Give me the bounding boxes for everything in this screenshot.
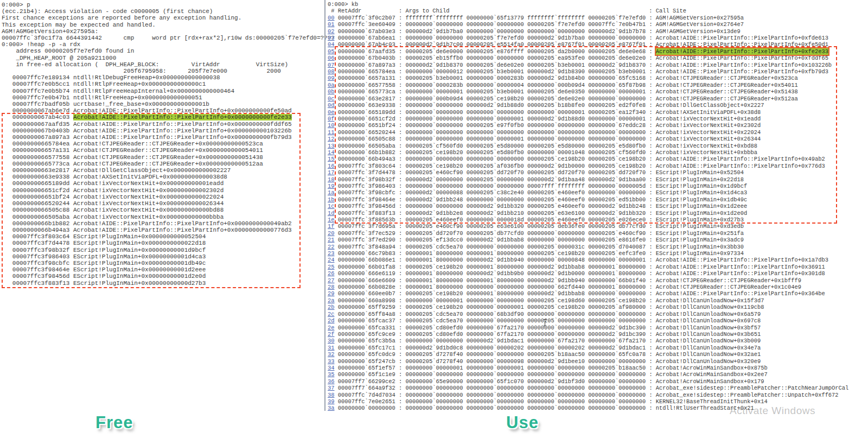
- frame-number-link[interactable]: 36: [328, 378, 334, 385]
- frame-number-link[interactable]: 11: [328, 129, 334, 136]
- kb-header: # RetAddr : Args to Child : Call Site: [328, 8, 848, 14]
- output-line: 00007ffc7e0b5cc1 ntdll!RtlpFreeHeap+0x00…: [2, 81, 335, 87]
- call-site: Acrobat!CTJPEGReader::CTJPEGReader+0x1bf…: [656, 277, 801, 284]
- frame-number-link[interactable]: 15: [328, 156, 334, 162]
- pane-divider: [324, 0, 326, 411]
- frame-number-link[interactable]: 32: [328, 351, 334, 358]
- free-annotation-box: [2, 113, 301, 288]
- call-site: EScript!PlugInMain+0x3adc9: [656, 237, 744, 243]
- frame-number-link[interactable]: 10: [328, 122, 334, 129]
- kb-row: 37 00007ff7`664a9f32 : 00000000`00000000…: [328, 385, 848, 391]
- frame-number-link[interactable]: 0f: [328, 116, 334, 122]
- frame-number-link[interactable]: 07: [328, 62, 334, 68]
- call-site: Acrobat!DllCanUnloadNow+0x697c8: [656, 317, 761, 324]
- frame-number-link[interactable]: 2d: [328, 317, 334, 324]
- use-label: Use: [506, 413, 539, 433]
- frame-number-link[interactable]: 33: [328, 358, 334, 365]
- kb-row: 00 00007ffc`3f0c2b07 : ffffffff`ffffffff…: [328, 15, 848, 21]
- frame-number-link[interactable]: 01: [328, 21, 334, 28]
- frame-number-link[interactable]: 28: [328, 284, 334, 290]
- frame-number-link[interactable]: 17: [328, 169, 334, 176]
- frame-number-link[interactable]: 29: [328, 290, 334, 297]
- kb-row: 30 00000000`65fc3b5a : 00000000`00000000…: [328, 338, 848, 344]
- frame-number-link[interactable]: 0b: [328, 88, 334, 95]
- frame-number-link[interactable]: 1c: [328, 203, 334, 209]
- output-line: This exception may be expected and handl…: [2, 22, 335, 28]
- output-line: 00007ffc7e0b5b74 ntdll!RtlpFreeHeapInter…: [2, 88, 335, 94]
- kb-command: 0:000> kb: [328, 1, 848, 8]
- frame-number-link[interactable]: 03: [328, 35, 334, 41]
- kb-row: 23 00000000`66c79b83 : 00000001`80000000…: [328, 250, 848, 257]
- call-site: Acrobat!DllCanUnloadNow+0x320e9: [656, 358, 761, 365]
- frame-number-link[interactable]: 09: [328, 75, 334, 81]
- frame-number-link[interactable]: 25: [328, 264, 334, 270]
- call-site: AGM!AGMGetVersion+0x13de9: [656, 28, 741, 35]
- frame-number-link[interactable]: 22: [328, 244, 334, 250]
- frame-number-link[interactable]: 08: [328, 68, 334, 75]
- frame-number-link[interactable]: 20: [328, 230, 334, 237]
- call-site: EScript!PlugInMain+0xd3edb: [656, 223, 744, 230]
- frame-number-link[interactable]: 26: [328, 270, 334, 277]
- kb-row: 2f 00000000`65fc9ce9 : 00000205`cd80efd0…: [328, 331, 848, 338]
- call-site: AGM!AGMGetVersion+0x27595a: [656, 15, 744, 21]
- kb-row: 25 00000000`66b01fa8 : 00000205`ce198b20…: [328, 264, 848, 270]
- frame-number-link[interactable]: 13: [328, 143, 334, 149]
- frame-number-link[interactable]: 19: [328, 183, 334, 189]
- frame-number-link[interactable]: 00: [328, 15, 334, 21]
- free-label: Free: [95, 413, 133, 433]
- kb-row: 32 00000000`65fc0dc9 : 00000205`d7278f40…: [328, 351, 848, 358]
- frame-number-link[interactable]: 23: [328, 250, 334, 257]
- frame-number-link[interactable]: 24: [328, 257, 334, 263]
- frame-number-link[interactable]: 06: [328, 55, 334, 61]
- frame-number-link[interactable]: 31: [328, 345, 334, 351]
- frame-number-link[interactable]: 2c: [328, 311, 334, 317]
- frame-number-link[interactable]: 21: [328, 237, 334, 243]
- frame-number-link[interactable]: 1e: [328, 217, 334, 223]
- output-line: address 00000205f7e7efd0 found in: [2, 48, 335, 54]
- frame-number-link[interactable]: 1d: [328, 210, 334, 217]
- output-line: 00007ffc7e0b47b1 ntdll!RtlFreeHeap+0x000…: [2, 94, 335, 101]
- kb-row: 35 00000000`65f1c1e9 : 00000000`00000000…: [328, 371, 848, 378]
- frame-number-link[interactable]: 04: [328, 41, 334, 48]
- frame-number-link[interactable]: 0d: [328, 102, 334, 109]
- frame-number-link[interactable]: 1a: [328, 189, 334, 196]
- kb-row: 02 00000000`67ab03e3 : 000000d2`9d1b7ba0…: [328, 28, 848, 35]
- frame-number-link[interactable]: 2a: [328, 297, 334, 304]
- frame-number-link[interactable]: 37: [328, 385, 334, 391]
- frame-number-link[interactable]: 35: [328, 371, 334, 378]
- frame-number-link[interactable]: 0a: [328, 82, 334, 88]
- call-site: Acrobat_exe!sidestep::PreamblePatcher::P…: [656, 385, 848, 391]
- frame-number-link[interactable]: 3a: [328, 405, 334, 411]
- frame-number-link[interactable]: 2b: [328, 304, 334, 310]
- frame-number-link[interactable]: 2f: [328, 331, 334, 338]
- frame-number-link[interactable]: 30: [328, 338, 334, 344]
- call-site: Acrobat!DllCanUnloadNow+0x119cb8: [656, 304, 764, 310]
- frame-number-link[interactable]: 1f: [328, 223, 334, 230]
- call-site: Acrobat!AcroWinMainSandbox+0x2ee7: [656, 371, 768, 378]
- kb-row: 24 00000000`66b086e1 : 00000001`80000000…: [328, 257, 848, 263]
- frame-number-link[interactable]: 18: [328, 176, 334, 183]
- call-site: Acrobat!CTJPEGReader::CTJPEGReader+0x1c0…: [656, 284, 801, 290]
- kb-row: 2d 00000000`65fcac37 : 00000205`cdc5ea70…: [328, 317, 848, 324]
- call-site: Acrobat!DllCanUnloadNow+0x3b009: [656, 338, 761, 344]
- frame-number-link[interactable]: 0c: [328, 96, 334, 102]
- frame-number-link[interactable]: 16: [328, 163, 334, 169]
- frame-number-link[interactable]: 27: [328, 277, 334, 284]
- call-site: Acrobat!DllCanUnloadNow+0x6a579: [656, 311, 761, 317]
- frame-number-link[interactable]: 12: [328, 136, 334, 142]
- frame-number-link[interactable]: 39: [328, 398, 334, 405]
- frame-number-link[interactable]: 2e: [328, 325, 334, 331]
- frame-number-link[interactable]: 0e: [328, 109, 334, 116]
- frame-number-link[interactable]: 1b: [328, 196, 334, 203]
- frame-number-link[interactable]: 34: [328, 365, 334, 371]
- call-site: Acrobat!DllCanUnloadNow+0x3bf57: [656, 325, 761, 331]
- output-line: (ecc.21b4): Access violation - code c000…: [2, 8, 335, 15]
- frame-number-link[interactable]: 38: [328, 392, 334, 398]
- call-site: Acrobat!AIDE::PixelPartInfo::PixelPartIn…: [656, 270, 825, 277]
- kb-row: 28 00000000`66b0828e : 00000001`80000000…: [328, 284, 848, 290]
- frame-number-link[interactable]: 02: [328, 28, 334, 35]
- output-line: 205f6795958: 205f7e7e000 2000: [2, 68, 335, 74]
- frame-number-link[interactable]: 05: [328, 48, 334, 55]
- kb-row: 2a 00000000`660a8998 : 00000000`00000001…: [328, 297, 848, 304]
- frame-number-link[interactable]: 14: [328, 149, 334, 156]
